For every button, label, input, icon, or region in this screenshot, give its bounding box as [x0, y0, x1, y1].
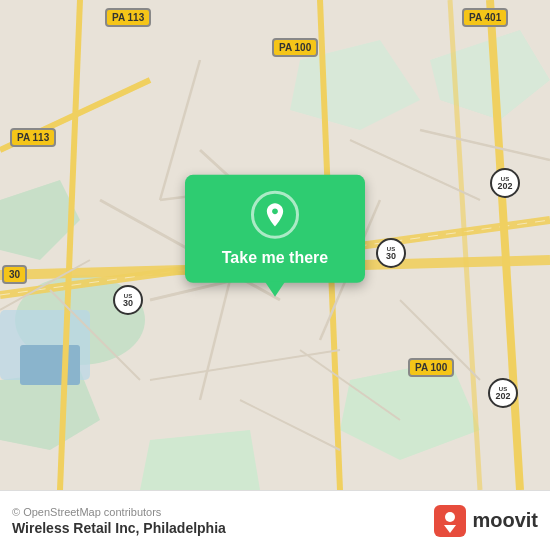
location-name: Wireless Retail Inc, Philadelphia — [12, 520, 226, 536]
moovit-icon — [434, 505, 466, 537]
map-container: PA 113 PA 401 PA 100 PA 113 US 202 US 30… — [0, 0, 550, 490]
road-shield-pa100-bot: PA 100 — [408, 358, 454, 377]
moovit-logo: moovit — [434, 505, 538, 537]
road-shield-us202-mid: US 202 — [490, 168, 520, 198]
popup-label: Take me there — [222, 249, 328, 267]
attribution-text: © OpenStreetMap contributors — [12, 506, 226, 518]
moovit-text: moovit — [472, 509, 538, 532]
road-shield-us202-bot: US 202 — [488, 378, 518, 408]
road-shield-30-far-left: 30 — [2, 265, 27, 284]
bottom-left: © OpenStreetMap contributors Wireless Re… — [12, 506, 226, 536]
svg-point-34 — [445, 512, 455, 522]
road-shield-pa113-left: PA 113 — [10, 128, 56, 147]
road-shield-pa113-top: PA 113 — [105, 8, 151, 27]
svg-rect-9 — [20, 345, 80, 385]
road-shield-us30-left: US 30 — [113, 285, 143, 315]
road-shield-us30-mid: US 30 — [376, 238, 406, 268]
popup-card[interactable]: Take me there — [185, 175, 365, 283]
road-shield-pa401-top: PA 401 — [462, 8, 508, 27]
bottom-bar: © OpenStreetMap contributors Wireless Re… — [0, 490, 550, 550]
road-shield-pa100-top: PA 100 — [272, 38, 318, 57]
location-pin-icon — [251, 191, 299, 239]
